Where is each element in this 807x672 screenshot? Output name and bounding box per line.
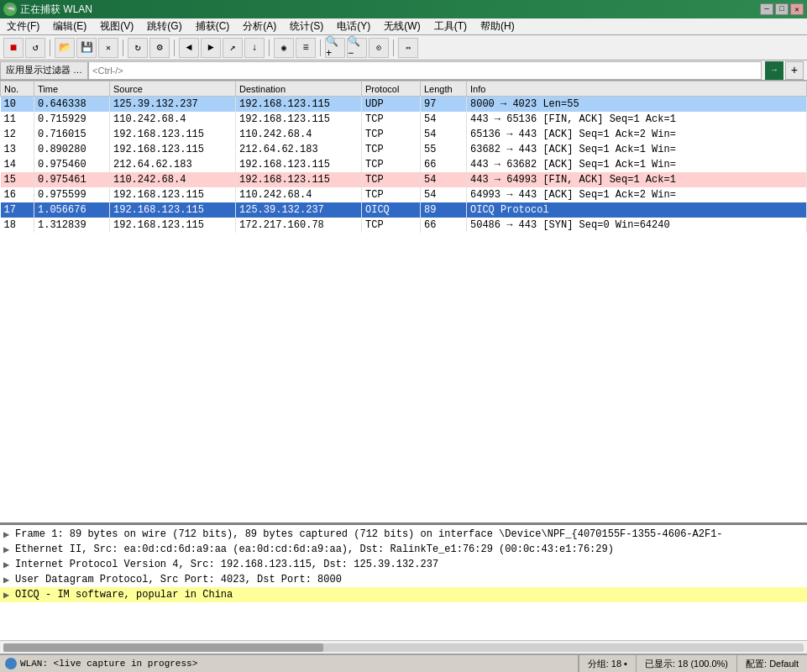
close-button[interactable]: ✕ bbox=[790, 3, 804, 15]
cell-length: 54 bbox=[421, 112, 467, 127]
filter-label: 应用显示过滤器 … bbox=[0, 61, 88, 80]
menu-phone[interactable]: 电话(Y) bbox=[330, 18, 377, 34]
col-header-destination[interactable]: Destination bbox=[236, 81, 362, 97]
menu-tools[interactable]: 工具(T) bbox=[427, 18, 474, 34]
cell-no: 18 bbox=[1, 218, 34, 233]
cell-protocol: TCP bbox=[362, 187, 421, 202]
filter-add-button[interactable]: + bbox=[785, 61, 804, 80]
title-controls[interactable]: ─ □ ✕ bbox=[760, 3, 804, 15]
detail-row[interactable]: ▶ Frame 1: 89 bytes on wire (712 bits), … bbox=[0, 527, 807, 542]
filter-apply-button[interactable]: → bbox=[765, 61, 783, 80]
cell-length: 89 bbox=[421, 202, 467, 218]
list-button[interactable]: ≡ bbox=[296, 38, 316, 58]
expand-icon[interactable]: ▶ bbox=[3, 574, 15, 586]
close-capture-button[interactable]: ✕ bbox=[98, 38, 118, 58]
table-scroll-area[interactable]: No. Time Source Destination Protocol Len… bbox=[0, 81, 807, 522]
menu-capture[interactable]: 捕获(C) bbox=[189, 18, 237, 34]
detail-row[interactable]: ▶ User Datagram Protocol, Src Port: 4023… bbox=[0, 572, 807, 587]
detail-text: Frame 1: 89 bytes on wire (712 bits), 89… bbox=[15, 528, 723, 540]
table-row[interactable]: 150.975461110.242.68.4192.168.123.115TCP… bbox=[1, 172, 807, 187]
cell-no: 15 bbox=[1, 172, 34, 187]
prefs-button[interactable]: ⚙ bbox=[149, 38, 170, 58]
toolbar-separator-1 bbox=[50, 39, 50, 56]
expand-icon[interactable]: ▶ bbox=[3, 559, 15, 571]
zoom-out-button[interactable]: 🔍− bbox=[347, 38, 367, 58]
table-row[interactable]: 171.056676192.168.123.115125.39.132.237O… bbox=[1, 202, 807, 218]
status-profile: 配置: Default bbox=[736, 654, 807, 672]
reload-button[interactable]: ↻ bbox=[128, 38, 148, 58]
expand-icon[interactable]: ▶ bbox=[3, 543, 15, 556]
zoom-normal-button[interactable]: ⊙ bbox=[369, 38, 389, 58]
table-row[interactable]: 140.975460212.64.62.183192.168.123.115TC… bbox=[1, 157, 807, 172]
cell-info: 8000 → 4023 Len=55 bbox=[467, 97, 807, 112]
expand-icon[interactable]: ▶ bbox=[3, 528, 15, 541]
table-row[interactable]: 100.646338125.39.132.237192.168.123.115U… bbox=[1, 97, 807, 112]
cell-no: 11 bbox=[1, 112, 34, 127]
horizontal-scrollbar[interactable] bbox=[3, 643, 804, 652]
goto-button[interactable]: ↗ bbox=[223, 38, 243, 58]
expand-icon[interactable]: ▶ bbox=[3, 589, 15, 601]
cell-protocol: OICQ bbox=[362, 202, 421, 218]
cell-no: 14 bbox=[1, 157, 34, 172]
filter-input[interactable] bbox=[88, 61, 762, 80]
table-row[interactable]: 130.890280192.168.123.115212.64.62.183TC… bbox=[1, 142, 807, 157]
col-header-length[interactable]: Length bbox=[421, 81, 467, 97]
menu-bar: 文件(F) 编辑(E) 视图(V) 跳转(G) 捕获(C) 分析(A) 统计(S… bbox=[0, 18, 807, 35]
cell-time: 0.646338 bbox=[34, 97, 110, 112]
cell-no: 13 bbox=[1, 142, 34, 157]
zoom-in-button[interactable]: 🔍+ bbox=[325, 38, 345, 58]
cell-destination: 110.242.68.4 bbox=[236, 187, 362, 202]
back-button[interactable]: ◄ bbox=[179, 38, 199, 58]
save-button[interactable]: 💾 bbox=[76, 38, 97, 58]
detail-row[interactable]: ▶ OICQ - IM software, popular in China bbox=[0, 587, 807, 602]
menu-stats[interactable]: 统计(S) bbox=[283, 18, 330, 34]
resize-cols-button[interactable]: ⇔ bbox=[398, 38, 418, 58]
cell-time: 0.975461 bbox=[34, 172, 110, 187]
col-header-time[interactable]: Time bbox=[34, 81, 110, 97]
menu-help[interactable]: 帮助(H) bbox=[474, 18, 521, 34]
detail-row[interactable]: ▶ Internet Protocol Version 4, Src: 192.… bbox=[0, 557, 807, 572]
open-button[interactable]: 📂 bbox=[55, 38, 75, 58]
cell-time: 0.716015 bbox=[34, 127, 110, 142]
cell-source: 110.242.68.4 bbox=[110, 172, 236, 187]
status-left: WLAN: <live capture in progress> bbox=[0, 658, 578, 669]
detail-text: OICQ - IM software, popular in China bbox=[15, 589, 233, 601]
cell-protocol: TCP bbox=[362, 142, 421, 157]
toolbar-separator-6 bbox=[393, 39, 394, 56]
col-header-protocol[interactable]: Protocol bbox=[362, 81, 421, 97]
cell-source: 192.168.123.115 bbox=[110, 202, 236, 218]
cell-protocol: TCP bbox=[362, 218, 421, 233]
menu-view[interactable]: 视图(V) bbox=[93, 18, 140, 34]
menu-file[interactable]: 文件(F) bbox=[0, 18, 46, 34]
detail-text: Ethernet II, Src: ea:0d:cd:6d:a9:aa (ea:… bbox=[15, 543, 614, 555]
cell-source: 110.242.68.4 bbox=[110, 112, 236, 127]
col-header-info[interactable]: Info bbox=[467, 81, 807, 97]
col-header-no[interactable]: No. bbox=[1, 81, 34, 97]
table-row[interactable]: 181.312839192.168.123.115172.217.160.78T… bbox=[1, 218, 807, 233]
cell-destination: 192.168.123.115 bbox=[236, 112, 362, 127]
cell-no: 17 bbox=[1, 202, 34, 218]
stop-button[interactable]: ■ bbox=[3, 38, 24, 58]
restart-button[interactable]: ↺ bbox=[25, 38, 45, 58]
scrollbar-thumb[interactable] bbox=[3, 643, 323, 652]
menu-jump[interactable]: 跳转(G) bbox=[140, 18, 188, 34]
table-row[interactable]: 120.716015192.168.123.115110.242.68.4TCP… bbox=[1, 127, 807, 142]
bottom-button[interactable]: ↓ bbox=[244, 38, 265, 58]
table-row[interactable]: 160.975599192.168.123.115110.242.68.4TCP… bbox=[1, 187, 807, 202]
menu-edit[interactable]: 编辑(E) bbox=[46, 18, 93, 34]
packet-table: No. Time Source Destination Protocol Len… bbox=[0, 81, 807, 233]
toolbar: ■ ↺ 📂 💾 ✕ ↻ ⚙ ◄ ► ↗ ↓ ◉ ≡ 🔍+ 🔍− ⊙ ⇔ bbox=[0, 35, 807, 60]
maximize-button[interactable]: □ bbox=[775, 3, 789, 15]
menu-wireless[interactable]: 无线(W) bbox=[377, 18, 427, 34]
menu-analyze[interactable]: 分析(A) bbox=[236, 18, 283, 34]
minimize-button[interactable]: ─ bbox=[760, 3, 773, 15]
cell-info: 63682 → 443 [ACK] Seq=1 Ack=1 Win= bbox=[467, 142, 807, 157]
table-row[interactable]: 110.715929110.242.68.4192.168.123.115TCP… bbox=[1, 112, 807, 127]
cell-source: 192.168.123.115 bbox=[110, 127, 236, 142]
bottom-scrollbar[interactable] bbox=[0, 640, 807, 654]
forward-button[interactable]: ► bbox=[201, 38, 221, 58]
capture-opts-button[interactable]: ◉ bbox=[274, 38, 294, 58]
detail-row[interactable]: ▶ Ethernet II, Src: ea:0d:cd:6d:a9:aa (e… bbox=[0, 542, 807, 557]
title-bar-left: 🦈 正在捕获 WLAN bbox=[3, 3, 92, 17]
col-header-source[interactable]: Source bbox=[110, 81, 236, 97]
